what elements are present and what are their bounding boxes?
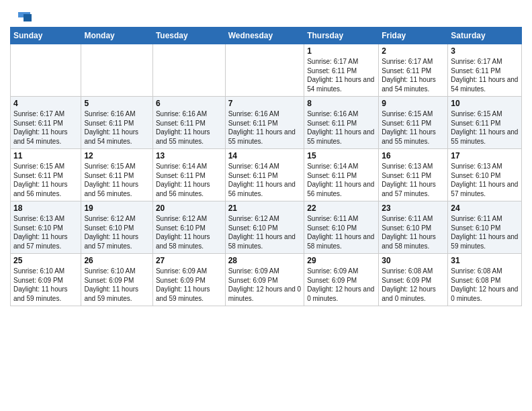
day-cell: 25Sunrise: 6:10 AM Sunset: 6:09 PM Dayli… xyxy=(11,254,81,306)
day-info: Sunrise: 6:15 AM Sunset: 6:11 PM Dayligh… xyxy=(382,109,445,146)
day-info: Sunrise: 6:15 AM Sunset: 6:11 PM Dayligh… xyxy=(451,109,519,146)
day-number: 4 xyxy=(13,99,78,108)
day-info: Sunrise: 6:09 AM Sunset: 6:09 PM Dayligh… xyxy=(228,267,302,303)
day-number: 3 xyxy=(451,46,519,56)
day-info: Sunrise: 6:09 AM Sunset: 6:09 PM Dayligh… xyxy=(307,267,375,303)
column-header-wednesday: Wednesday xyxy=(225,28,304,44)
day-cell: 18Sunrise: 6:13 AM Sunset: 6:10 PM Dayli… xyxy=(11,201,81,254)
day-cell xyxy=(81,44,152,97)
day-info: Sunrise: 6:16 AM Sunset: 6:11 PM Dayligh… xyxy=(156,109,222,146)
day-number: 26 xyxy=(84,256,149,265)
day-number: 11 xyxy=(13,151,78,161)
day-cell: 4Sunrise: 6:17 AM Sunset: 6:11 PM Daylig… xyxy=(11,97,81,149)
day-number: 9 xyxy=(382,99,445,108)
day-cell: 16Sunrise: 6:13 AM Sunset: 6:11 PM Dayli… xyxy=(379,149,448,201)
day-number: 16 xyxy=(382,151,445,161)
day-info: Sunrise: 6:08 AM Sunset: 6:09 PM Dayligh… xyxy=(382,267,445,303)
day-info: Sunrise: 6:10 AM Sunset: 6:09 PM Dayligh… xyxy=(13,267,78,303)
week-row-1: 1Sunrise: 6:17 AM Sunset: 6:11 PM Daylig… xyxy=(11,44,522,97)
column-header-thursday: Thursday xyxy=(304,28,379,44)
day-number: 23 xyxy=(382,203,445,213)
day-cell: 14Sunrise: 6:14 AM Sunset: 6:11 PM Dayli… xyxy=(225,149,304,201)
day-info: Sunrise: 6:16 AM Sunset: 6:11 PM Dayligh… xyxy=(84,109,149,146)
day-cell: 13Sunrise: 6:14 AM Sunset: 6:11 PM Dayli… xyxy=(152,149,225,201)
day-number: 17 xyxy=(451,151,519,161)
day-number: 21 xyxy=(228,203,302,213)
day-number: 27 xyxy=(156,256,222,265)
day-number: 8 xyxy=(307,99,375,108)
day-cell xyxy=(152,44,225,97)
day-cell: 21Sunrise: 6:12 AM Sunset: 6:10 PM Dayli… xyxy=(225,201,304,254)
day-cell: 31Sunrise: 6:08 AM Sunset: 6:08 PM Dayli… xyxy=(448,254,522,306)
day-info: Sunrise: 6:16 AM Sunset: 6:11 PM Dayligh… xyxy=(228,109,302,146)
day-info: Sunrise: 6:11 AM Sunset: 6:10 PM Dayligh… xyxy=(307,214,375,250)
logo xyxy=(10,11,32,23)
day-cell: 11Sunrise: 6:15 AM Sunset: 6:11 PM Dayli… xyxy=(11,149,81,201)
column-header-sunday: Sunday xyxy=(11,28,81,44)
day-info: Sunrise: 6:17 AM Sunset: 6:11 PM Dayligh… xyxy=(13,109,78,146)
day-info: Sunrise: 6:09 AM Sunset: 6:09 PM Dayligh… xyxy=(156,267,222,303)
day-number: 10 xyxy=(451,99,519,108)
day-number: 29 xyxy=(307,256,375,265)
day-info: Sunrise: 6:17 AM Sunset: 6:11 PM Dayligh… xyxy=(382,57,445,93)
day-number: 2 xyxy=(382,46,445,56)
day-number: 5 xyxy=(84,99,149,108)
day-info: Sunrise: 6:12 AM Sunset: 6:10 PM Dayligh… xyxy=(228,214,302,250)
column-header-friday: Friday xyxy=(379,28,448,44)
day-info: Sunrise: 6:14 AM Sunset: 6:11 PM Dayligh… xyxy=(228,162,302,198)
day-number: 20 xyxy=(156,203,222,213)
day-cell: 20Sunrise: 6:12 AM Sunset: 6:10 PM Dayli… xyxy=(152,201,225,254)
day-cell xyxy=(11,44,81,97)
day-info: Sunrise: 6:17 AM Sunset: 6:11 PM Dayligh… xyxy=(451,57,519,93)
day-cell: 17Sunrise: 6:13 AM Sunset: 6:10 PM Dayli… xyxy=(448,149,522,201)
day-cell: 12Sunrise: 6:15 AM Sunset: 6:11 PM Dayli… xyxy=(81,149,152,201)
day-cell: 1Sunrise: 6:17 AM Sunset: 6:11 PM Daylig… xyxy=(304,44,379,97)
column-header-tuesday: Tuesday xyxy=(152,28,225,44)
day-info: Sunrise: 6:14 AM Sunset: 6:11 PM Dayligh… xyxy=(307,162,375,198)
week-row-4: 18Sunrise: 6:13 AM Sunset: 6:10 PM Dayli… xyxy=(11,201,522,254)
day-info: Sunrise: 6:15 AM Sunset: 6:11 PM Dayligh… xyxy=(13,162,78,198)
day-number: 6 xyxy=(156,99,222,108)
day-cell: 9Sunrise: 6:15 AM Sunset: 6:11 PM Daylig… xyxy=(379,97,448,149)
day-number: 1 xyxy=(307,46,375,56)
day-info: Sunrise: 6:11 AM Sunset: 6:10 PM Dayligh… xyxy=(451,214,519,250)
day-number: 30 xyxy=(382,256,445,265)
day-number: 18 xyxy=(13,203,78,213)
day-cell: 30Sunrise: 6:08 AM Sunset: 6:09 PM Dayli… xyxy=(379,254,448,306)
day-number: 13 xyxy=(156,151,222,161)
day-number: 14 xyxy=(228,151,302,161)
day-cell: 24Sunrise: 6:11 AM Sunset: 6:10 PM Dayli… xyxy=(448,201,522,254)
header xyxy=(10,7,522,23)
day-info: Sunrise: 6:17 AM Sunset: 6:11 PM Dayligh… xyxy=(307,57,375,93)
day-cell: 19Sunrise: 6:12 AM Sunset: 6:10 PM Dayli… xyxy=(81,201,152,254)
day-cell: 8Sunrise: 6:16 AM Sunset: 6:11 PM Daylig… xyxy=(304,97,379,149)
day-cell: 22Sunrise: 6:11 AM Sunset: 6:10 PM Dayli… xyxy=(304,201,379,254)
day-cell: 23Sunrise: 6:11 AM Sunset: 6:10 PM Dayli… xyxy=(379,201,448,254)
day-number: 25 xyxy=(13,256,78,265)
column-header-saturday: Saturday xyxy=(448,28,522,44)
day-info: Sunrise: 6:12 AM Sunset: 6:10 PM Dayligh… xyxy=(156,214,222,250)
day-number: 19 xyxy=(84,203,149,213)
day-number: 12 xyxy=(84,151,149,161)
calendar-header-row: SundayMondayTuesdayWednesdayThursdayFrid… xyxy=(11,28,522,44)
day-cell: 6Sunrise: 6:16 AM Sunset: 6:11 PM Daylig… xyxy=(152,97,225,149)
day-cell: 26Sunrise: 6:10 AM Sunset: 6:09 PM Dayli… xyxy=(81,254,152,306)
day-cell xyxy=(225,44,304,97)
day-cell: 15Sunrise: 6:14 AM Sunset: 6:11 PM Dayli… xyxy=(304,149,379,201)
day-info: Sunrise: 6:13 AM Sunset: 6:11 PM Dayligh… xyxy=(382,162,445,198)
calendar-table: SundayMondayTuesdayWednesdayThursdayFrid… xyxy=(10,27,522,306)
day-info: Sunrise: 6:12 AM Sunset: 6:10 PM Dayligh… xyxy=(84,214,149,250)
day-info: Sunrise: 6:14 AM Sunset: 6:11 PM Dayligh… xyxy=(156,162,222,198)
day-cell: 29Sunrise: 6:09 AM Sunset: 6:09 PM Dayli… xyxy=(304,254,379,306)
week-row-5: 25Sunrise: 6:10 AM Sunset: 6:09 PM Dayli… xyxy=(11,254,522,306)
day-number: 24 xyxy=(451,203,519,213)
day-cell: 7Sunrise: 6:16 AM Sunset: 6:11 PM Daylig… xyxy=(225,97,304,149)
day-number: 15 xyxy=(307,151,375,161)
day-info: Sunrise: 6:10 AM Sunset: 6:09 PM Dayligh… xyxy=(84,267,149,303)
day-info: Sunrise: 6:13 AM Sunset: 6:10 PM Dayligh… xyxy=(13,214,78,250)
column-header-monday: Monday xyxy=(81,28,152,44)
day-cell: 5Sunrise: 6:16 AM Sunset: 6:11 PM Daylig… xyxy=(81,97,152,149)
logo-icon xyxy=(11,11,32,23)
day-number: 7 xyxy=(228,99,302,108)
day-cell: 3Sunrise: 6:17 AM Sunset: 6:11 PM Daylig… xyxy=(448,44,522,97)
